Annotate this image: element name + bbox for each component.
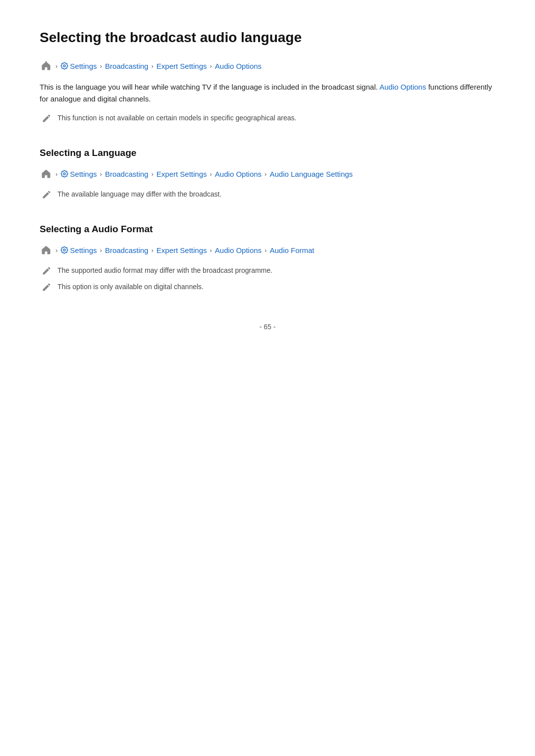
chevron-icon-3: ›	[151, 62, 153, 70]
breadcrumb-audio-format[interactable]: Audio Format	[269, 246, 314, 254]
gear-icon-3	[60, 246, 68, 254]
chevron-icon-5: ›	[55, 170, 57, 178]
chevron-icon-11: ›	[100, 247, 102, 254]
breadcrumb-settings[interactable]: Settings	[60, 62, 97, 70]
breadcrumb-settings-3[interactable]: Settings	[60, 246, 97, 254]
page-footer: - 65 -	[40, 323, 495, 331]
settings-label-2: Settings	[70, 170, 97, 178]
breadcrumb-3: › Settings › Broadcasting › Expert Setti…	[40, 244, 495, 256]
breadcrumb-broadcasting-2[interactable]: Broadcasting	[105, 170, 149, 178]
intro-note-1: This function is not available on certai…	[40, 113, 495, 124]
chevron-icon-1: ›	[55, 62, 57, 70]
breadcrumb-audio-options[interactable]: Audio Options	[215, 62, 262, 70]
breadcrumb-expert-settings-2[interactable]: Expert Settings	[157, 170, 207, 178]
chevron-icon-7: ›	[151, 170, 153, 178]
gear-icon-2	[60, 170, 68, 178]
home-icon-3	[40, 244, 53, 256]
breadcrumb-broadcasting-3[interactable]: Broadcasting	[105, 246, 149, 254]
chevron-icon-8: ›	[210, 170, 212, 178]
chevron-icon-13: ›	[210, 247, 212, 254]
breadcrumb-2: › Settings › Broadcasting › Expert Setti…	[40, 167, 495, 180]
pencil-icon-2	[42, 190, 53, 201]
home-icon	[40, 59, 53, 72]
svg-point-0	[46, 61, 47, 62]
chevron-icon-10: ›	[55, 247, 57, 254]
intro-note-1-text: This function is not available on certai…	[57, 113, 297, 123]
gear-icon	[60, 62, 68, 70]
chevron-icon-12: ›	[151, 247, 153, 254]
chevron-icon-4: ›	[210, 62, 212, 70]
breadcrumb-audio-language-settings[interactable]: Audio Language Settings	[269, 170, 353, 178]
audio-format-note-2-text: This option is only available on digital…	[57, 282, 204, 292]
breadcrumb-1: › Settings › Broadcasting › Expert Setti…	[40, 59, 495, 72]
pencil-icon-1	[42, 113, 53, 124]
section-title-audio-format: Selecting a Audio Format	[40, 224, 495, 235]
breadcrumb-broadcasting[interactable]: Broadcasting	[105, 62, 149, 70]
language-note-1-text: The available language may differ with t…	[57, 189, 221, 200]
chevron-icon-9: ›	[265, 170, 267, 178]
audio-format-note-1: The supported audio format may differ wi…	[40, 265, 495, 277]
settings-label: Settings	[70, 62, 97, 70]
chevron-icon-2: ›	[100, 62, 102, 70]
chevron-icon-14: ›	[265, 247, 267, 254]
breadcrumb-settings-2[interactable]: Settings	[60, 170, 97, 178]
breadcrumb-expert-settings[interactable]: Expert Settings	[157, 62, 207, 70]
breadcrumb-audio-options-2[interactable]: Audio Options	[215, 170, 262, 178]
page-title: Selecting the broadcast audio language	[40, 30, 495, 46]
home-icon-2	[40, 167, 53, 180]
audio-format-note-2: This option is only available on digital…	[40, 282, 495, 293]
audio-format-note-1-text: The supported audio format may differ wi…	[57, 265, 272, 276]
settings-label-3: Settings	[70, 246, 97, 254]
breadcrumb-expert-settings-3[interactable]: Expert Settings	[157, 246, 207, 254]
pencil-icon-4	[42, 282, 53, 293]
breadcrumb-audio-options-3[interactable]: Audio Options	[215, 246, 262, 254]
language-note-1: The available language may differ with t…	[40, 189, 495, 201]
section-title-language: Selecting a Language	[40, 148, 495, 158]
intro-body: This is the language you will hear while…	[40, 81, 495, 105]
chevron-icon-6: ›	[100, 170, 102, 178]
pencil-icon-3	[42, 266, 53, 277]
audio-options-link[interactable]: Audio Options	[379, 83, 426, 91]
